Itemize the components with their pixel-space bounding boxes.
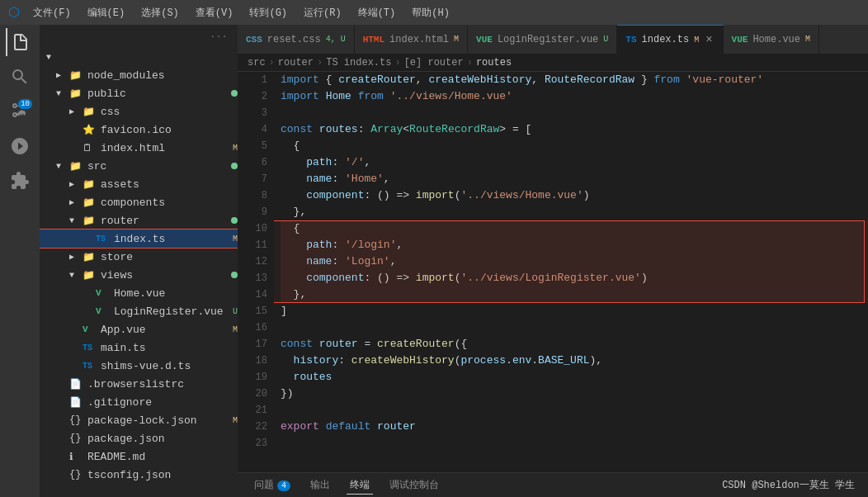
breadcrumb-part[interactable]: TS index.ts <box>326 57 391 69</box>
breadcrumb-part[interactable]: [e] router <box>404 57 464 69</box>
sidebar-item-router[interactable]: ▼📁router <box>40 211 238 230</box>
code-token: : () => <box>364 270 415 286</box>
sidebar-item-tsconfig[interactable]: {}tsconfig.json <box>40 466 238 484</box>
tab-reset-css[interactable]: CSSreset.css4, U <box>238 25 355 54</box>
tree-item-label: tsconfig.json <box>87 469 238 481</box>
code-token: } <box>634 72 653 88</box>
sidebar-item-css[interactable]: ▶📁css <box>40 102 238 121</box>
code-token: createWebHistory <box>428 72 531 88</box>
tab-close-button[interactable]: × <box>704 31 714 48</box>
code-line: routes <box>281 369 868 386</box>
activity-bar: 10 <box>0 25 40 497</box>
menu-item[interactable]: 文件(F) <box>26 4 78 21</box>
line-number: 12 <box>238 253 267 270</box>
code-line <box>281 402 868 419</box>
sidebar-item-shims-ts[interactable]: TSshims-vue.d.ts <box>40 357 238 375</box>
problem-badge: 4 <box>277 480 290 491</box>
extensions-activity-icon[interactable] <box>6 167 34 195</box>
debug-activity-icon[interactable] <box>6 132 34 160</box>
breadcrumb-separator: › <box>394 57 400 69</box>
source-control-badge: 10 <box>18 99 32 109</box>
code-token: Array <box>370 121 403 138</box>
sidebar-item-node_modules[interactable]: ▶📁node_modules <box>40 66 238 84</box>
tab-loginregister-vue[interactable]: VUELoginRegister.vueU <box>468 25 617 54</box>
menu-item[interactable]: 运行(R) <box>297 4 348 21</box>
menu-item[interactable]: 终端(T) <box>351 4 403 21</box>
sidebar-item-views[interactable]: ▼📁views <box>40 266 238 284</box>
bottom-tab-输出[interactable]: 输出 <box>307 476 333 494</box>
tree-file-icon: TS <box>83 343 97 353</box>
bottom-tab-问题[interactable]: 问题4 <box>251 476 294 494</box>
code-token <box>384 88 390 105</box>
line-number: 13 <box>238 270 267 286</box>
breadcrumb-part[interactable]: src <box>248 57 266 69</box>
vscode-icon: ⬡ <box>8 4 20 21</box>
code-line: const router = createRouter({ <box>281 336 868 353</box>
explorer-activity-icon[interactable] <box>6 28 34 56</box>
code-token: env <box>512 353 531 369</box>
tab-home-vue[interactable]: VUEHome.vueM <box>724 25 819 54</box>
sidebar-item-index-ts[interactable]: TSindex.tsM <box>40 230 238 248</box>
code-token: ( <box>455 187 461 204</box>
sidebar-item-root[interactable]: ▼ <box>40 48 238 66</box>
sidebar-item-components[interactable]: ▶📁components <box>40 193 238 211</box>
code-token <box>281 353 294 369</box>
code-token <box>281 369 294 386</box>
tree-file-icon: 📁 <box>83 269 97 282</box>
sidebar-item-app-vue[interactable]: VApp.vueM <box>40 320 238 338</box>
sidebar-item-store[interactable]: ▶📁store <box>40 248 238 266</box>
sidebar-item-package-lock[interactable]: {}package-lock.jsonM <box>40 411 238 429</box>
sidebar-item-gitignore[interactable]: 📄.gitignore <box>40 393 238 411</box>
menu-item[interactable]: 转到(G) <box>243 4 294 21</box>
menu-item[interactable]: 查看(V) <box>189 4 240 21</box>
sidebar-more-icon[interactable]: ··· <box>210 31 228 41</box>
bottom-tab-调试控制台[interactable]: 调试控制台 <box>386 476 442 494</box>
code-token <box>351 88 358 105</box>
code-token <box>370 419 377 435</box>
sidebar-item-src[interactable]: ▼📁src <box>40 157 238 175</box>
tree-file-icon: 📁 <box>83 215 97 227</box>
tree-file-icon: 📁 <box>83 251 97 263</box>
menu-item[interactable]: 帮助(H) <box>405 4 456 21</box>
code-token: }, <box>281 286 306 303</box>
sidebar-item-package-json[interactable]: {}package.json <box>40 429 238 447</box>
sidebar-item-favicon[interactable]: ⭐favicon.ico <box>40 121 238 139</box>
tree-file-icon: {} <box>69 414 84 426</box>
tree-item-label: favicon.ico <box>101 124 238 136</box>
code-editor[interactable]: 1234567891011121314151617181920212223 im… <box>238 72 868 472</box>
tab-label: index.ts <box>642 34 690 45</box>
code-token: < <box>403 121 409 138</box>
search-activity-icon[interactable] <box>6 63 34 91</box>
menu-bar: 文件(F)编辑(E)选择(S)查看(V)转到(G)运行(R)终端(T)帮助(H) <box>26 4 456 21</box>
sidebar-item-public[interactable]: ▼📁public <box>40 84 238 102</box>
code-line <box>281 105 868 121</box>
tree-item-label: src <box>87 160 228 173</box>
sidebar-item-main-ts[interactable]: TSmain.ts <box>40 338 238 357</box>
menu-item[interactable]: 选择(S) <box>134 4 186 21</box>
sidebar-item-readme[interactable]: ℹREADME.md <box>40 447 238 466</box>
tab-index-ts[interactable]: TSindex.tsM× <box>617 25 723 54</box>
code-line: }, <box>281 286 868 303</box>
sidebar-item-assets[interactable]: ▶📁assets <box>40 175 238 193</box>
breadcrumb-part[interactable]: router <box>278 57 314 69</box>
code-token <box>313 121 319 138</box>
sidebar-item-index-html[interactable]: 🗒index.htmlM <box>40 139 238 157</box>
code-token: '../views/LoginRegister.vue' <box>460 270 640 286</box>
line-number: 8 <box>238 187 267 204</box>
breadcrumb-part[interactable]: routes <box>476 57 512 69</box>
code-token: export <box>281 419 319 435</box>
code-line: ] <box>281 303 868 320</box>
sidebar-item-home-vue[interactable]: VHome.vue <box>40 284 238 302</box>
sidebar-header: ··· <box>40 25 238 48</box>
sidebar-item-loginregister-vue[interactable]: VLoginRegister.vueU <box>40 302 238 320</box>
bottom-tab-终端[interactable]: 终端 <box>347 476 373 495</box>
bottom-panel: 问题4输出终端调试控制台CSDN @Sheldon一莫生 学生 <box>238 472 868 497</box>
tab-label: index.html <box>389 34 449 45</box>
breadcrumb-separator: › <box>269 57 275 69</box>
menu-item[interactable]: 编辑(E) <box>81 4 132 21</box>
line-number: 14 <box>238 286 267 303</box>
source-control-activity-icon[interactable]: 10 <box>6 97 34 125</box>
sidebar-item-browserslistrc[interactable]: 📄.browserslistrc <box>40 375 238 393</box>
tab-index-html[interactable]: HTMLindex.htmlM <box>355 25 468 54</box>
code-line <box>281 435 868 452</box>
